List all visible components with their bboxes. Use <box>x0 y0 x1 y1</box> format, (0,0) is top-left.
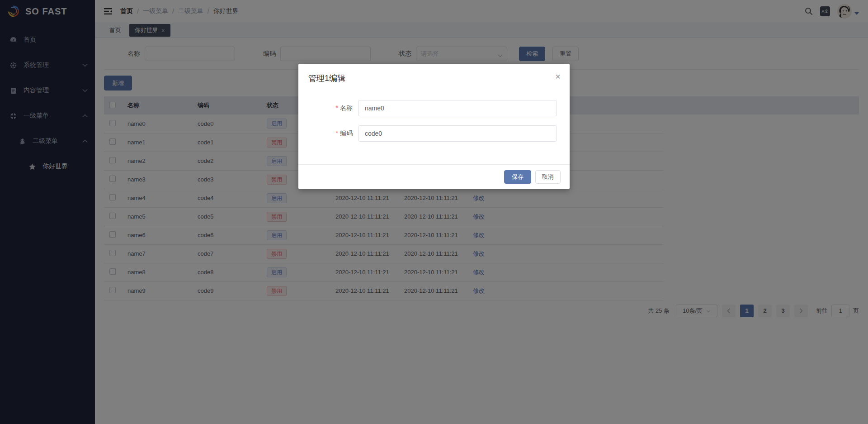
form-input-0[interactable] <box>358 100 557 116</box>
save-button[interactable]: 保存 <box>504 170 531 184</box>
required-asterisk: * <box>336 129 338 137</box>
form-row-1: *编码 <box>298 125 570 142</box>
form-label: *名称 <box>298 104 358 112</box>
close-icon[interactable]: × <box>555 72 561 81</box>
form-label: *编码 <box>298 129 358 138</box>
form-input-1[interactable] <box>358 125 557 142</box>
required-asterisk: * <box>336 104 338 111</box>
dialog-title: 管理1编辑 <box>308 74 345 83</box>
dialog-footer: 保存 取消 <box>298 164 570 189</box>
dialog-header: 管理1编辑 × <box>298 64 570 88</box>
dialog-body: *名称*编码 <box>298 88 570 164</box>
cancel-button[interactable]: 取消 <box>535 170 561 184</box>
edit-dialog: 管理1编辑 × *名称*编码 保存 取消 <box>298 64 570 189</box>
form-row-0: *名称 <box>298 100 570 116</box>
app-root: SO FAST 首页系统管理内容管理一级菜单二级菜单你好世界 首页/一级菜单/二… <box>0 0 868 424</box>
